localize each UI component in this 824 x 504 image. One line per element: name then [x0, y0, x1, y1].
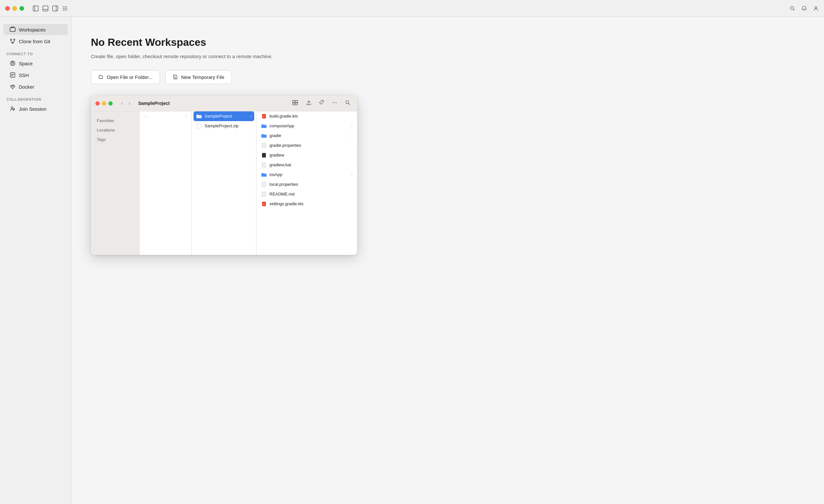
finder-body: Favorites Locations Tags … ›	[91, 111, 357, 255]
finder-file-readme[interactable]: README.md	[256, 189, 357, 199]
sidebar-item-docker[interactable]: Docker	[3, 81, 68, 92]
finder-sidebar-locations[interactable]: Locations	[91, 125, 139, 135]
gradle-folder-icon	[261, 133, 267, 139]
sidebar-item-workspaces[interactable]: Workspaces	[3, 24, 68, 35]
view-mode-icon	[292, 100, 299, 105]
content-area: No Recent Workspaces Create file, open f…	[72, 17, 824, 504]
svg-rect-46	[262, 163, 266, 167]
svg-point-37	[333, 102, 333, 103]
bell-icon[interactable]	[801, 6, 807, 11]
finder-nav: ‹ ›	[119, 99, 132, 107]
finder-view-button[interactable]	[290, 99, 301, 108]
finder-back-button[interactable]: ‹	[119, 99, 125, 107]
svg-rect-47	[262, 182, 266, 187]
sidebar-item-space-label: Space	[19, 61, 33, 66]
settings-gradle-icon: kt	[261, 201, 267, 207]
iosapp-chevron: ›	[351, 173, 352, 177]
gradle-label: gradle	[270, 133, 281, 138]
composeapp-label: composeApp	[270, 123, 294, 128]
finder-file-gradlew[interactable]: gradlew	[256, 150, 357, 160]
zip-file-icon	[196, 123, 202, 129]
finder-folder-iosapp[interactable]: iosApp ›	[256, 170, 357, 180]
titlebar-left	[5, 5, 68, 12]
finder-more-button[interactable]	[330, 98, 340, 108]
finder-sidebar-favorites[interactable]: Favorites	[91, 116, 139, 125]
sidebar-item-join-session-label: Join Session	[19, 106, 46, 112]
gradle-properties-label: gradle.properties	[270, 143, 301, 148]
finder-share-button[interactable]	[304, 98, 314, 108]
svg-point-17	[815, 6, 817, 8]
col2-chevron-1: ›	[250, 114, 251, 118]
sidebar-item-ssh[interactable]: SSH	[3, 70, 68, 81]
finder-folder-gradle[interactable]: gradle ›	[256, 131, 357, 140]
gradlew-bat-label: gradlew.bat	[270, 163, 291, 167]
sidebar-left-icon[interactable]	[32, 5, 39, 12]
close-button[interactable]	[5, 6, 10, 11]
finder-search-icon	[345, 100, 351, 106]
finder-col-1: … ›	[139, 111, 192, 255]
svg-rect-18	[10, 28, 15, 31]
open-file-button[interactable]: Open File or Folder...	[91, 70, 160, 84]
svg-point-8	[66, 6, 67, 7]
composeapp-chevron: ›	[351, 124, 352, 128]
finder-file-gradlew-bat[interactable]: gradlew.bat	[256, 160, 357, 170]
svg-point-10	[65, 8, 66, 9]
local-properties-label: local.properties	[270, 182, 298, 187]
svg-point-20	[14, 39, 15, 40]
svg-point-39	[336, 102, 337, 103]
col1-chevron: ›	[185, 114, 187, 118]
finder-search-button[interactable]	[343, 98, 352, 108]
sidebar-item-join-session[interactable]: Join Session	[3, 103, 68, 114]
finder-file-local-properties[interactable]: local.properties	[256, 180, 357, 189]
finder-col2-item-zip[interactable]: SampleProject.zip	[192, 121, 256, 131]
composeapp-folder-icon	[261, 123, 267, 129]
local-properties-icon	[261, 182, 267, 187]
finder-col1-item[interactable]: … ›	[139, 111, 191, 120]
sidebar-item-space[interactable]: Space	[3, 58, 68, 69]
folder-open-icon	[98, 74, 104, 80]
finder-tag-button[interactable]	[317, 98, 327, 108]
finder-minimize-button[interactable]	[102, 101, 106, 106]
svg-point-26	[11, 86, 14, 88]
sidebar-item-clone[interactable]: Clone from Git	[3, 36, 68, 47]
finder-file-settings-gradle[interactable]: kt settings.gradle.kts	[256, 199, 357, 209]
finder-toolbar-right	[290, 98, 352, 108]
sidebar-bottom-icon[interactable]	[42, 5, 49, 12]
titlebar-right	[790, 6, 819, 11]
finder-folder-composeapp[interactable]: composeApp ›	[256, 121, 357, 131]
account-icon[interactable]	[813, 6, 819, 11]
finder-maximize-button[interactable]	[108, 101, 113, 106]
new-temp-file-button[interactable]: New Temporary File	[165, 70, 232, 84]
finder-sidebar: Favorites Locations Tags	[91, 111, 139, 255]
sidebar-right-icon[interactable]	[52, 5, 59, 12]
maximize-button[interactable]	[19, 6, 24, 11]
sidebar-item-clone-label: Clone from Git	[19, 39, 50, 44]
svg-point-11	[66, 8, 67, 9]
finder-columns: … › SampleProject ›	[139, 111, 357, 255]
grid-icon[interactable]	[62, 5, 68, 12]
minimize-button[interactable]	[12, 6, 17, 11]
finder-sidebar-locations-label: Locations	[97, 128, 115, 132]
finder-close-button[interactable]	[95, 101, 100, 106]
workspaces-icon	[10, 27, 16, 32]
new-temp-file-label: New Temporary File	[181, 74, 224, 80]
finder-file-build-gradle[interactable]: kt build.gradle.kts	[256, 111, 357, 121]
finder-forward-button[interactable]: ›	[127, 99, 132, 107]
docker-icon	[10, 84, 16, 90]
finder-sidebar-tags-label: Tags	[97, 137, 106, 142]
finder-sidebar-tags[interactable]: Tags	[91, 135, 139, 144]
svg-line-16	[793, 9, 795, 10]
sample-project-folder-icon	[196, 113, 202, 119]
finder-col-2: SampleProject › SampleProject.zip	[192, 111, 256, 255]
join-session-icon	[10, 106, 16, 112]
finder-col2-item-sampleproject[interactable]: SampleProject ›	[194, 111, 254, 121]
gradle-properties-icon	[261, 142, 267, 148]
sample-project-label: SampleProject	[205, 114, 232, 118]
iosapp-label: iosApp	[270, 172, 283, 177]
finder-path-title: SampleProject	[138, 101, 170, 106]
sidebar-item-workspaces-label: Workspaces	[19, 27, 45, 32]
collaboration-section-label: COLLABORATION	[0, 93, 71, 103]
search-icon[interactable]	[790, 6, 796, 11]
finder-file-gradle-properties[interactable]: gradle.properties	[256, 140, 357, 150]
sidebar-item-docker-label: Docker	[19, 84, 34, 90]
